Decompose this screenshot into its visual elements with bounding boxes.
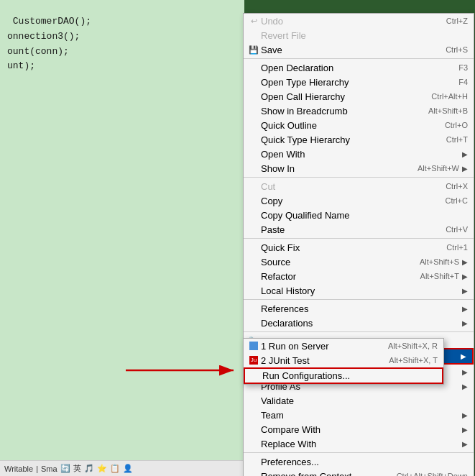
- menu-item-show-breadcrumb[interactable]: Show in Breadcrumb Alt+Shift+B: [244, 104, 474, 118]
- submenu-item-run-configs[interactable]: Run Configurations...: [244, 367, 443, 384]
- menu-shortcut-quick-type-hierarchy: Ctrl+T: [446, 135, 468, 144]
- menu-label-validate: Validate: [261, 395, 468, 406]
- status-icon2: 🎵: [84, 464, 94, 473]
- menu-label-paste: Paste: [261, 224, 431, 235]
- submenu-item-junit[interactable]: Ju 2 JUnit Test Alt+Shift+X, T: [244, 353, 443, 367]
- menu-item-open-declaration[interactable]: Open Declaration F3: [244, 60, 474, 75]
- menu-shortcut-show-in: Alt+Shift+W: [418, 164, 459, 173]
- menu-label-revert: Revert File: [261, 30, 468, 41]
- arrow-icon-replace-with: ▶: [462, 440, 468, 448]
- menu-item-refactor[interactable]: Refactor Alt+Shift+T ▶: [244, 269, 474, 283]
- separator-6: [244, 452, 474, 453]
- menu-item-open-with[interactable]: Open With ▶: [244, 147, 474, 161]
- menu-label-compare-with: Compare With: [261, 424, 459, 435]
- code-line: onnection3();: [7, 29, 237, 45]
- separator-1: [244, 58, 474, 59]
- menu-item-open-call-hierarchy[interactable]: Open Call Hierarchy Ctrl+Alt+H: [244, 89, 474, 104]
- menu-item-cut[interactable]: Cut Ctrl+X: [244, 179, 474, 193]
- menu-label-cut: Cut: [261, 181, 431, 192]
- menu-label-show-in: Show In: [261, 163, 403, 174]
- arrow-icon-profile-as: ▶: [462, 383, 468, 390]
- status-icon3: ⭐: [97, 464, 107, 473]
- menu-label-copy-qualified: Copy Qualified Name: [261, 210, 468, 221]
- menu-label-save: Save: [261, 45, 431, 55]
- status-smart: Sma: [41, 464, 57, 473]
- menu-label-remove-context: Remove from Context: [261, 471, 382, 477]
- menu-label-open-declaration: Open Declaration: [261, 63, 444, 73]
- separator-5: [244, 331, 474, 332]
- menu-item-quick-fix[interactable]: Quick Fix Ctrl+1: [244, 240, 474, 255]
- arrow-icon-run-as: ▶: [461, 352, 466, 360]
- menu-label-open-call-hierarchy: Open Call Hierarchy: [261, 91, 417, 102]
- menu-item-quick-type-hierarchy[interactable]: Quick Type Hierarchy Ctrl+T: [244, 132, 474, 147]
- separator-4: [244, 299, 474, 300]
- context-menu: ↩ Undo Ctrl+Z Revert File 💾 Save Ctrl+S …: [243, 13, 474, 476]
- menu-item-revert[interactable]: Revert File: [244, 28, 474, 42]
- menu-shortcut-refactor: Alt+Shift+T: [420, 272, 459, 280]
- submenu-label-junit: 2 JUnit Test: [261, 355, 374, 366]
- menu-item-show-in[interactable]: Show In Alt+Shift+W ▶: [244, 161, 474, 175]
- menu-shortcut-show-breadcrumb: Alt+Shift+B: [428, 106, 468, 115]
- menu-item-quick-outline[interactable]: Quick Outline Ctrl+O: [244, 118, 474, 132]
- menu-item-declarations[interactable]: Declarations ▶: [244, 316, 474, 330]
- submenu-item-run-on-server[interactable]: 1 Run on Server Alt+Shift+X, R: [244, 339, 443, 353]
- menu-shortcut-quick-outline: Ctrl+O: [445, 121, 468, 129]
- junit-icon: Ju: [248, 354, 259, 366]
- submenu-label-run-configs: Run Configurations...: [262, 370, 436, 381]
- menu-label-refactor: Refactor: [261, 271, 406, 282]
- arrow-icon-open-with: ▶: [462, 150, 468, 158]
- menu-label-open-type-hierarchy: Open Type Hierarchy: [261, 77, 444, 88]
- code-content: CustomerDAO(); onnection3(); ount(conn);…: [0, 0, 244, 88]
- menu-item-team[interactable]: Team ▶: [244, 408, 474, 422]
- menu-shortcut-remove-context: Ctrl+Alt+Shift+Down: [397, 472, 468, 476]
- arrow-icon-refactor: ▶: [462, 273, 468, 280]
- menu-item-save[interactable]: 💾 Save Ctrl+S: [244, 42, 474, 57]
- menu-shortcut-quick-fix: Ctrl+1: [446, 243, 468, 252]
- submenu-shortcut-run-on-server: Alt+Shift+X, R: [388, 342, 438, 350]
- menu-item-replace-with[interactable]: Replace With ▶: [244, 436, 474, 451]
- menu-shortcut-copy: Ctrl+C: [446, 196, 468, 205]
- menu-label-declarations: Declarations: [261, 318, 459, 329]
- menu-item-open-type-hierarchy[interactable]: Open Type Hierarchy F4: [244, 75, 474, 89]
- arrow-icon-compare-with: ▶: [462, 426, 468, 434]
- server-icon: [248, 340, 259, 352]
- arrow-icon-show-in: ▶: [462, 165, 468, 173]
- menu-label-open-with: Open With: [261, 149, 459, 160]
- arrow-icon-team: ▶: [462, 411, 468, 419]
- menu-item-undo[interactable]: ↩ Undo Ctrl+Z: [244, 14, 474, 28]
- menu-shortcut-paste: Ctrl+V: [446, 225, 468, 234]
- menu-item-source[interactable]: Source Alt+Shift+S ▶: [244, 255, 474, 269]
- menu-label-references: References: [261, 303, 459, 314]
- status-bar: Writable | Sma 🔄 英 🎵 ⭐ 📋 👤: [0, 460, 244, 476]
- arrow-icon-source: ▶: [462, 258, 468, 266]
- menu-item-references[interactable]: References ▶: [244, 301, 474, 316]
- menu-label-local-history: Local History: [261, 285, 459, 296]
- arrow-icon-debug-as: ▶: [462, 368, 468, 376]
- submenu-run-as: 1 Run on Server Alt+Shift+X, R Ju 2 JUni…: [243, 338, 444, 385]
- arrow-icon-declarations: ▶: [462, 319, 468, 327]
- menu-shortcut-open-type-hierarchy: F4: [458, 78, 468, 86]
- menu-item-copy-qualified[interactable]: Copy Qualified Name: [244, 208, 474, 222]
- menu-label-replace-with: Replace With: [261, 439, 459, 449]
- menu-label-team: Team: [261, 410, 459, 421]
- menu-item-local-history[interactable]: Local History ▶: [244, 283, 474, 298]
- status-icon4: 📋: [110, 464, 120, 473]
- menu-item-compare-with[interactable]: Compare With ▶: [244, 422, 474, 436]
- submenu-label-run-on-server: 1 Run on Server: [261, 341, 374, 352]
- menu-item-preferences[interactable]: Preferences...: [244, 454, 474, 469]
- arrow-icon-local-history: ▶: [462, 287, 468, 295]
- menu-label-quick-outline: Quick Outline: [261, 120, 430, 131]
- code-line: unt);: [7, 59, 237, 74]
- separator-3: [244, 238, 474, 239]
- code-line: CustomerDAO();: [7, 14, 237, 29]
- menu-item-paste[interactable]: Paste Ctrl+V: [244, 222, 474, 237]
- menu-shortcut-save: Ctrl+S: [446, 45, 468, 54]
- save-icon: 💾: [248, 44, 259, 55]
- status-lang: 英: [73, 463, 81, 474]
- menu-item-copy[interactable]: Copy Ctrl+C: [244, 193, 474, 208]
- menu-item-validate[interactable]: Validate: [244, 393, 474, 408]
- menu-item-remove-context[interactable]: Remove from Context Ctrl+Alt+Shift+Down: [244, 469, 474, 476]
- menu-label-copy: Copy: [261, 196, 431, 206]
- menu-label-source: Source: [261, 257, 405, 267]
- menu-label-show-breadcrumb: Show in Breadcrumb: [261, 106, 414, 116]
